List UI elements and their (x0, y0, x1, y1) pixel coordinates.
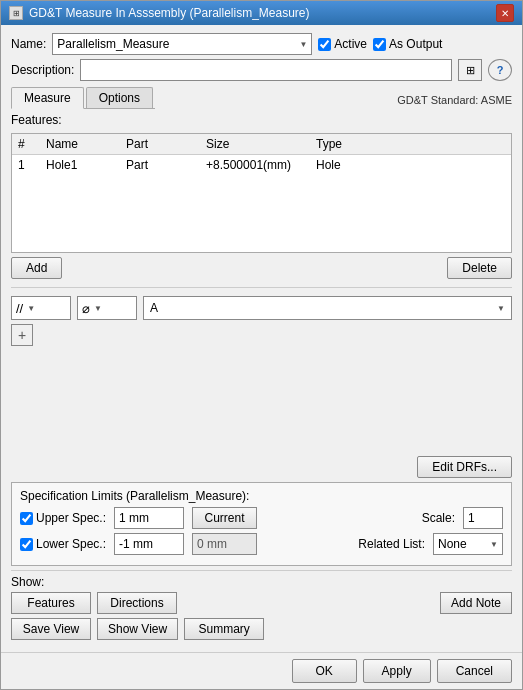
tolerance-value: A (150, 301, 158, 315)
add-note-button[interactable]: Add Note (440, 592, 512, 614)
col-num: # (16, 136, 44, 152)
symbol-row: // ▼ ⌀ ▼ A ▼ (11, 296, 512, 320)
name-value: Parallelism_Measure (57, 37, 169, 51)
help-icon-button[interactable]: ? (488, 59, 512, 81)
add-delete-row: Add Delete (11, 257, 512, 279)
show-row-1: Features Directions Add Note (11, 592, 512, 614)
current-button[interactable]: Current (192, 507, 257, 529)
diameter-dropdown[interactable]: ⌀ ▼ (77, 296, 137, 320)
related-list-value: None (438, 537, 467, 551)
name-dropdown-arrow: ▼ (299, 40, 307, 49)
related-list-dropdown[interactable]: None ▼ (433, 533, 503, 555)
show-label: Show: (11, 570, 512, 589)
show-group: Show: Features Directions Add Note Save … (11, 570, 512, 644)
row-part: Part (124, 157, 204, 173)
tolerance-dropdown[interactable]: A ▼ (143, 296, 512, 320)
as-output-checkbox[interactable] (373, 38, 386, 51)
tab-measure[interactable]: Measure (11, 87, 84, 109)
parallelism-dropdown[interactable]: // ▼ (11, 296, 71, 320)
show-view-button[interactable]: Show View (97, 618, 178, 640)
upper-spec-row: Upper Spec.: Current Scale: (20, 507, 503, 529)
active-checkbox-group: Active (318, 37, 367, 51)
upper-spec-label: Upper Spec.: (36, 511, 106, 525)
spec-limits-group: Specification Limits (Parallelism_Measur… (11, 482, 512, 566)
footer: OK Apply Cancel (1, 652, 522, 689)
name-label: Name: (11, 37, 46, 51)
tabs: Measure Options (11, 87, 155, 109)
edit-drfs-row: Edit DRFs... (11, 456, 512, 478)
active-checkbox[interactable] (318, 38, 331, 51)
content-area: Name: Parallelism_Measure ▼ Active As Ou… (1, 25, 522, 652)
name-dropdown[interactable]: Parallelism_Measure ▼ (52, 33, 312, 55)
description-row: Description: ⊞ ? (11, 59, 512, 81)
spacer-area (11, 350, 512, 452)
grid-icon-button[interactable]: ⊞ (458, 59, 482, 81)
scale-label: Scale: (422, 511, 455, 525)
tab-options[interactable]: Options (86, 87, 153, 108)
edit-drfs-button[interactable]: Edit DRFs... (417, 456, 512, 478)
window-title: GD&T Measure In Asssembly (Parallelism_M… (29, 6, 310, 20)
tab-bar: Measure Options GD&T Standard: ASME (11, 85, 512, 109)
related-list-arrow: ▼ (490, 540, 498, 549)
features-label: Features: (11, 113, 512, 127)
tolerance-arrow: ▼ (497, 304, 505, 313)
related-list-label: Related List: (358, 537, 425, 551)
apply-button[interactable]: Apply (363, 659, 431, 683)
features-table: # Name Part Size Type 1 Hole1 Part +8.50… (11, 133, 512, 253)
title-bar: ⊞ GD&T Measure In Asssembly (Parallelism… (1, 1, 522, 25)
col-part: Part (124, 136, 204, 152)
diameter-symbol: ⌀ (82, 301, 90, 316)
name-row: Name: Parallelism_Measure ▼ Active As Ou… (11, 33, 512, 55)
lower-spec-input[interactable] (114, 533, 184, 555)
show-row-2: Save View Show View Summary (11, 618, 512, 640)
save-view-button[interactable]: Save View (11, 618, 91, 640)
scale-input[interactable] (463, 507, 503, 529)
directions-button[interactable]: Directions (97, 592, 177, 614)
parallelism-symbol: // (16, 301, 23, 316)
as-output-label: As Output (389, 37, 442, 51)
table-row[interactable]: 1 Hole1 Part +8.500001(mm) Hole (12, 155, 511, 175)
lower-spec-checkbox[interactable] (20, 538, 33, 551)
gdt-standard-label: GD&T Standard: ASME (397, 94, 512, 109)
window-icon: ⊞ (9, 6, 23, 20)
active-label: Active (334, 37, 367, 51)
zero-input (192, 533, 257, 555)
upper-spec-input[interactable] (114, 507, 184, 529)
add-button[interactable]: Add (11, 257, 62, 279)
lower-spec-label: Lower Spec.: (36, 537, 106, 551)
row-name: Hole1 (44, 157, 124, 173)
as-output-checkbox-group: As Output (373, 37, 442, 51)
ok-button[interactable]: OK (292, 659, 357, 683)
plus-button[interactable]: + (11, 324, 33, 346)
separator-1 (11, 287, 512, 288)
row-num: 1 (16, 157, 44, 173)
description-label: Description: (11, 63, 74, 77)
table-header: # Name Part Size Type (12, 134, 511, 155)
parallelism-arrow: ▼ (27, 304, 35, 313)
close-button[interactable]: ✕ (496, 4, 514, 22)
features-button[interactable]: Features (11, 592, 91, 614)
cancel-button[interactable]: Cancel (437, 659, 512, 683)
spec-limits-title: Specification Limits (Parallelism_Measur… (20, 489, 503, 503)
row-type: Hole (314, 157, 394, 173)
summary-button[interactable]: Summary (184, 618, 264, 640)
upper-spec-checkbox[interactable] (20, 512, 33, 525)
lower-spec-row: Lower Spec.: Related List: None ▼ (20, 533, 503, 555)
diameter-arrow: ▼ (94, 304, 102, 313)
plus-row: + (11, 324, 512, 346)
description-input[interactable] (80, 59, 452, 81)
main-window: ⊞ GD&T Measure In Asssembly (Parallelism… (0, 0, 523, 690)
col-type: Type (314, 136, 394, 152)
row-size: +8.500001(mm) (204, 157, 314, 173)
delete-button[interactable]: Delete (447, 257, 512, 279)
col-size: Size (204, 136, 314, 152)
col-name: Name (44, 136, 124, 152)
